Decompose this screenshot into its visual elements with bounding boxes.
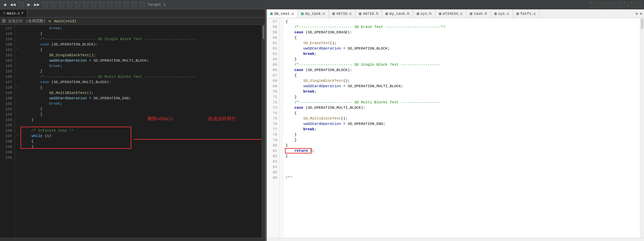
toolbar-icon-3[interactable]: ⬛ — [17, 1, 24, 8]
right-tab-sd-test[interactable]: SD_test.c — [267, 9, 298, 18]
r-line-60: { — [284, 35, 640, 40]
code-line-126: /*----------------------- SD Multi Block… — [20, 74, 262, 79]
code-line-122: SD_SingleBlockTest(); — [20, 53, 262, 58]
right-tab-scroll-left[interactable]: ◀ — [634, 11, 639, 16]
r-line-85 — [284, 170, 640, 175]
code-line-118: } — [20, 31, 262, 36]
toolbar-icon-right-4[interactable]: ⬛ — [609, 1, 616, 8]
r-line-75: SD_MultiBlockTest(); — [284, 116, 640, 121]
code-line-131: break; — [20, 101, 262, 106]
r-line-62: uwSDCardOperation = SD_OPERATION_BLOCK; — [284, 46, 640, 51]
right-scrollbar-h[interactable] — [267, 238, 644, 241]
code-line-127: case (SD_OPERATION_MULTI_BLOCK): — [20, 79, 262, 85]
code-line-117: break; — [20, 26, 262, 31]
r-line-77: break; — [284, 127, 640, 132]
code-line-124: break; — [20, 63, 262, 69]
right-tab-task-h[interactable]: task.h — [466, 9, 491, 18]
right-tab-at24cxx-c-label: AT24CXX.c — [443, 12, 463, 16]
toolbar-icon-right-3[interactable]: ⬛ — [602, 1, 609, 8]
right-tab-407id-h[interactable]: 407ID.h — [355, 9, 382, 18]
toolbar-icon-11[interactable]: ⬛ — [82, 1, 89, 8]
r-line-86: /** — [284, 175, 640, 180]
toolbar-icon-8[interactable]: ⬛ — [58, 1, 65, 8]
right-scrollbar-v[interactable] — [640, 18, 644, 238]
right-tab-fatfs-c[interactable]: fatfs.c — [513, 9, 540, 18]
code-line-120: case (SD_OPERATION_BLOCK): — [20, 42, 262, 47]
r-line-57: { — [284, 19, 640, 24]
r-line-71: } — [284, 94, 640, 100]
right-tab-my-task-h[interactable]: my_task.h — [382, 9, 413, 18]
right-code-area: 57 58 59 60 61 62 63 64 65 66 67 68 69 7… — [267, 18, 644, 238]
r-line-79: } — [284, 137, 640, 143]
right-tab-scroll-right[interactable]: ▶ — [639, 11, 644, 16]
left-tab-bar: C main.c × — [0, 9, 265, 18]
toolbar-icon-right-8[interactable]: ⬛ — [636, 1, 643, 8]
tab-main-c-label: main.c — [7, 11, 20, 15]
r-line-81: return 0; — [284, 148, 640, 153]
toolbar-icon-right-2[interactable]: ⬛ — [596, 1, 602, 8]
toolbar-icon-14[interactable]: ⬛ — [106, 1, 113, 8]
r-line-67: { — [284, 73, 640, 78]
right-tab-bar: SD_test.c my_task.c 407ID.c 407ID.h my_t… — [267, 9, 644, 18]
left-code-area: 117 118 119 120 121 122 123 124 125 126 … — [0, 25, 265, 238]
toolbar-icon-9[interactable]: ⬛ — [66, 1, 73, 8]
left-line-numbers: 117 118 119 120 121 122 123 124 125 126 … — [0, 25, 15, 238]
toolbar-icon-18[interactable]: ⬛ — [138, 1, 145, 8]
editor-scope-range[interactable]: (全局范围) — [26, 19, 45, 24]
toolbar-icon-6[interactable]: ⬛ — [42, 1, 48, 8]
toolbar-icons: ◀ ◀◀ ⬛ ▶ ▶▶ ⬛ ⬛ ⬛ ⬛ ⬛ ⬛ ⬛ ⬛ ⬛ ⬛ ⬛ ⬛ ⬛ — [1, 1, 145, 8]
right-tab-my-task-c[interactable]: my_task.c — [298, 9, 329, 18]
code-line-128: { — [20, 85, 262, 90]
toolbar-icon-10[interactable]: ⬛ — [74, 1, 81, 8]
r-line-74: { — [284, 110, 640, 116]
r-line-58: /*------------------------ SD Erase Test… — [284, 24, 640, 30]
right-tab-407id-c[interactable]: 407ID.c — [329, 9, 355, 18]
tab-main-c[interactable]: C main.c × — [0, 9, 27, 18]
toolbar-icon-7[interactable]: ⬛ — [50, 1, 56, 8]
main-toolbar: ◀ ◀◀ ⬛ ▶ ▶▶ ⬛ ⬛ ⬛ ⬛ ⬛ ⬛ ⬛ ⬛ ⬛ ⬛ ⬛ ⬛ ⬛ Ta… — [0, 0, 644, 9]
code-line-132: } — [20, 106, 262, 112]
right-fold-area: − − — [280, 18, 284, 238]
r-line-64: } — [284, 57, 640, 62]
left-code-content: break; } /*----------------------- SD Si… — [20, 25, 262, 238]
code-line-129: SD_MultiBlockTest(); — [20, 90, 262, 96]
tab-main-c-close[interactable]: × — [22, 11, 24, 15]
toolbar-icon-13[interactable]: ⬛ — [98, 1, 105, 8]
toolbar-icon-2[interactable]: ◀◀ — [9, 1, 16, 8]
r-line-76: uwSDCardOperation = SD_OPERATION_END; — [284, 121, 640, 127]
toolbar-icon-4[interactable]: ▶ — [26, 1, 32, 8]
r-line-66: case (SD_OPERATION_BLOCK): — [284, 67, 640, 73]
toolbar-icon-17[interactable]: ⬛ — [130, 1, 137, 8]
right-tab-sys-c-label: sys.c — [498, 12, 509, 16]
right-tab-my-task-h-label: my_task.h — [389, 12, 409, 16]
toolbar-icon-right-5[interactable]: ⬛ — [616, 1, 622, 8]
r-line-80: } — [284, 143, 640, 148]
r-line-65: /*------------------------ SD Single Blo… — [284, 62, 640, 67]
r-line-83 — [284, 159, 640, 164]
left-editor-panel: C main.c × ☰ 杂项文件 (全局范围) ⊙ main(void) 11… — [0, 9, 265, 241]
right-code-content: { /*------------------------ SD Erase Te… — [284, 18, 640, 238]
r-line-61: SD_EraseTest(); — [284, 40, 640, 46]
toolbar-icon-15[interactable]: ⬛ — [114, 1, 121, 8]
code-line-136: /* Infinite loop */ — [20, 128, 262, 133]
r-line-84 — [284, 164, 640, 170]
editor-func[interactable]: main(void) — [54, 19, 76, 23]
toolbar-icon-right-1[interactable]: ⬛ — [589, 1, 596, 8]
toolbar-icon-5[interactable]: ▶▶ — [34, 1, 40, 8]
r-line-73: case (SD_OPERATION_MULTI_BLOCK): — [284, 105, 640, 110]
right-tab-at24cxx-c[interactable]: AT24CXX.c — [435, 9, 466, 18]
right-tab-task-h-label: task.h — [474, 12, 487, 16]
code-line-133: } — [20, 112, 262, 117]
r-line-70: break; — [284, 89, 640, 94]
toolbar-icon-right-7[interactable]: ⬛ — [629, 1, 636, 8]
toolbar-icon-1[interactable]: ◀ — [1, 1, 8, 8]
right-tab-sys-c[interactable]: sys.c — [491, 9, 513, 18]
toolbar-icon-16[interactable]: ⬛ — [122, 1, 129, 8]
code-line-130: uwSDCardOperation = SD_OPERATION_END; — [20, 96, 262, 101]
toolbar-icon-right-6[interactable]: ⬛ — [622, 1, 629, 8]
right-tab-sys-h[interactable]: sys.h — [413, 9, 435, 18]
toolbar-icon-12[interactable]: ⬛ — [90, 1, 97, 8]
left-scrollbar-v[interactable] — [262, 25, 265, 238]
left-scrollbar-h[interactable] — [0, 238, 265, 241]
toolbar-target: Target 1 — [148, 3, 166, 7]
